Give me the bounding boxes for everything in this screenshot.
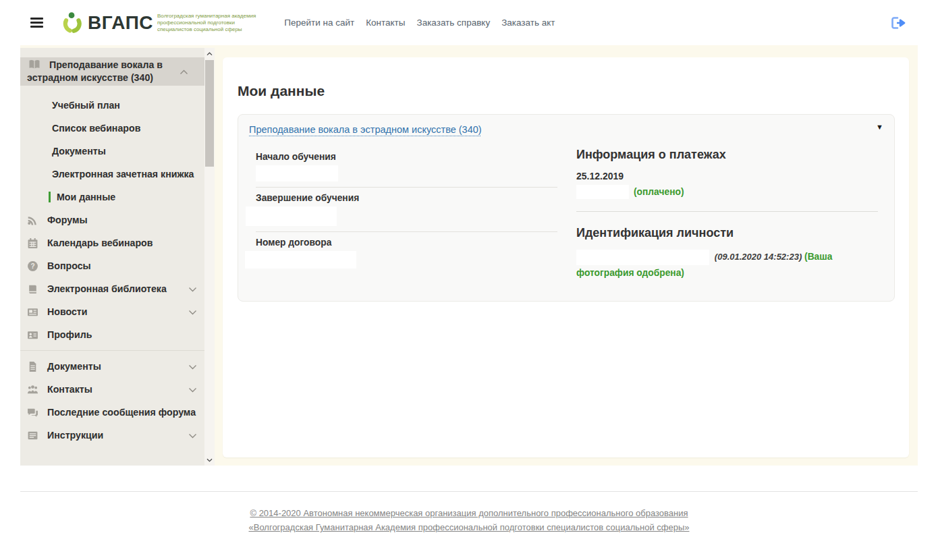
payment-date: 25.12.2019 [576,171,878,181]
sidebar-divider [20,350,204,351]
top-header: ВГАПС Волгоградская гуманитарная академи… [0,0,938,45]
panel-columns: Начало обучения Завершение обучения Номе… [256,146,883,281]
news-icon [27,306,38,318]
footer: © 2014-2020 Автономная некоммерческая ор… [0,506,938,534]
chat-icon [27,407,38,418]
sidebar-item-documents[interactable]: Документы [20,355,204,378]
course-link[interactable]: Преподавание вокала в эстрадном искусств… [249,124,482,135]
identity-timestamp: (09.01.2020 14:52:23) [715,252,802,262]
library-icon [27,283,38,295]
top-nav: Перейти на сайт Контакты Заказать справк… [284,18,555,28]
open-book-icon [28,59,40,72]
sidebar-item-news[interactable]: Новости [20,300,204,323]
field-contract-number: Номер договора [256,232,557,274]
redacted-value [256,165,338,181]
collapse-caret-icon[interactable]: ▼ [876,123,883,131]
identity-heading: Идентификация личности [576,226,878,240]
document-icon [27,361,38,372]
sidebar-subitem-my-data[interactable]: Мои данные [20,186,204,208]
course-submenu: Учебный план Список вебинаров Документы … [20,94,204,208]
sidebar-item-latest-forum-messages[interactable]: Последние сообщения форума [20,401,204,424]
logo-tagline: Волгоградская гуманитарная академия проф… [157,13,256,33]
sidebar-subitem-curriculum[interactable]: Учебный план [20,94,204,117]
question-icon: ? [27,260,38,272]
main-area: Мои данные Преподавание вокала в эстрадн… [215,45,918,466]
chevron-down-icon [188,430,197,441]
people-icon [27,384,38,395]
section-divider [576,211,878,212]
payments-heading: Информация о платежах [576,148,878,162]
svg-text:?: ? [30,262,34,270]
sidebar-item-profile[interactable]: Профиль [20,323,204,346]
nav-order-act[interactable]: Заказать акт [501,18,555,28]
chevron-up-icon [180,66,188,78]
hamburger-menu-icon[interactable] [30,18,43,28]
footer-link-line2[interactable]: «Волгоградская Гуманитарная Академия про… [0,520,938,534]
payments-and-identity: Информация о платежах 25.12.2019 (оплаче… [576,146,878,281]
identity-row: (09.01.2020 14:52:23) (Ваша фотография о… [576,249,878,281]
main-card: Мои данные Преподавание вокала в эстрадн… [223,57,909,457]
training-fields: Начало обучения Завершение обучения Номе… [256,146,557,281]
sidebar-item-contacts[interactable]: Контакты [20,378,204,401]
nav-contacts[interactable]: Контакты [366,18,405,28]
nav-order-certificate[interactable]: Заказать справку [416,18,490,28]
field-start-date: Начало обучения [256,146,557,188]
sidebar-secondary-list: Документы Контакты [20,355,204,447]
sidebar-course-header[interactable]: Преподавание вокала в эстрадном искусств… [20,57,204,86]
sidebar-subitem-webinar-list[interactable]: Список вебинаров [20,117,204,140]
chevron-down-icon [188,361,197,372]
redacted-value [576,250,709,265]
footer-link-line1[interactable]: © 2014-2020 Автономная некоммерческая ор… [0,506,938,520]
payment-status: (оплачено) [634,187,684,197]
logo-icon [61,11,84,35]
sidebar: Преподавание вокала в эстрадном искусств… [20,48,215,466]
course-panel: Преподавание вокала в эстрадном искусств… [238,114,895,302]
sidebar-item-instructions[interactable]: Инструкции [20,424,204,447]
content-band: Преподавание вокала в эстрадном искусств… [20,45,918,466]
sidebar-item-forums[interactable]: Форумы [20,208,204,231]
sidebar-item-questions[interactable]: ? Вопросы [20,254,204,277]
sidebar-main-list: Форумы Календарь вебинаров ? Вопросы [20,208,204,346]
logout-icon[interactable] [891,16,907,30]
sidebar-item-elibrary[interactable]: Электронная библиотека [20,277,204,300]
nav-goto-site[interactable]: Перейти на сайт [284,18,354,28]
page-title: Мои данные [238,83,895,99]
instructions-icon [27,430,38,441]
scrollbar-thumb[interactable] [205,60,214,167]
sidebar-course-label: Преподавание вокала в эстрадном искусств… [27,59,163,83]
chevron-down-icon [188,306,197,318]
redacted-value [576,185,629,199]
redacted-value [246,206,337,226]
scroll-up-icon[interactable] [204,48,215,59]
logo-title: ВГАПС [88,12,153,34]
sidebar-scrollbar[interactable] [204,48,215,466]
footer-divider [20,491,918,492]
logo[interactable]: ВГАПС Волгоградская гуманитарная академи… [61,11,256,35]
forum-icon [27,215,38,226]
sidebar-subitem-documents[interactable]: Документы [20,140,204,163]
payment-row: (оплачено) [576,185,878,199]
field-end-date: Завершение обучения [256,188,557,232]
profile-card-icon [27,329,38,341]
calendar-icon [27,237,38,249]
scroll-down-icon[interactable] [204,454,215,466]
sidebar-item-webinar-calendar[interactable]: Календарь вебинаров [20,231,204,254]
sidebar-subitem-gradebook[interactable]: Электронная зачетная книжка [20,163,204,186]
redacted-value [245,251,356,269]
chevron-down-icon [188,283,197,295]
chevron-down-icon [188,384,197,395]
